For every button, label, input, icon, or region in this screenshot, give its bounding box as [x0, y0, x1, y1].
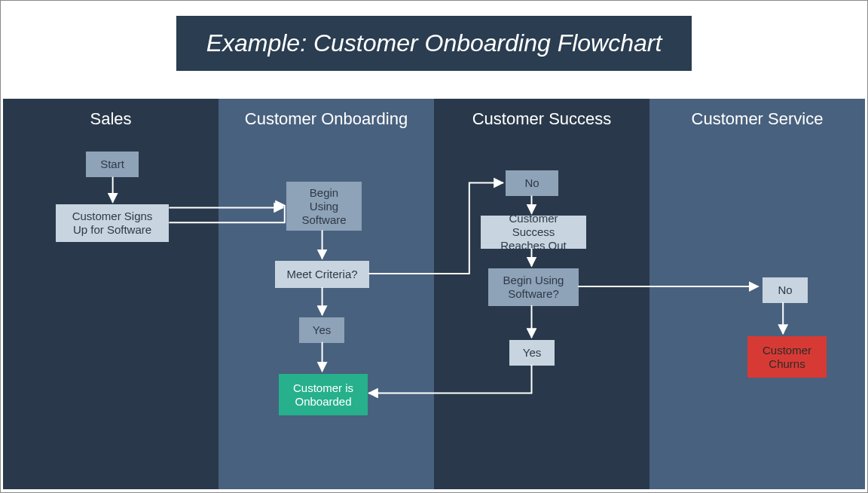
node-meet-criteria: Meet Criteria?: [275, 261, 369, 288]
lane-sales: Sales Start Customer Signs Up for Softwa…: [3, 99, 219, 489]
lane-header-sales: Sales: [3, 99, 219, 135]
node-yes2: Yes: [509, 340, 555, 366]
lane-onboarding: Customer Onboarding Begin Using Software…: [219, 99, 434, 489]
node-begin-using: Begin Using Software: [286, 182, 362, 231]
node-reachout: Customer Success Reaches Out: [481, 216, 586, 249]
lane-header-service: Customer Service: [649, 99, 865, 135]
lane-success: Customer Success No Customer Success Rea…: [434, 99, 649, 489]
slide-title: Example: Customer Onboarding Flowchart: [176, 16, 692, 71]
node-signup: Customer Signs Up for Software: [56, 204, 169, 242]
node-begin2: Begin Using Software?: [488, 268, 579, 306]
lane-header-onboarding: Customer Onboarding: [219, 99, 434, 135]
node-start: Start: [86, 152, 139, 177]
node-onboarded: Customer is Onboarded: [279, 374, 368, 415]
node-no2: No: [763, 277, 808, 303]
node-no1: No: [506, 170, 558, 196]
lane-service: Customer Service No Customer Churns: [649, 99, 865, 489]
node-churns: Customer Churns: [747, 336, 827, 378]
slide: Example: Customer Onboarding Flowchart S…: [0, 0, 868, 493]
node-yes1: Yes: [299, 317, 344, 343]
title-wrap: Example: Customer Onboarding Flowchart: [1, 1, 867, 85]
swimlanes: Sales Start Customer Signs Up for Softwa…: [3, 99, 865, 489]
lane-header-success: Customer Success: [434, 99, 649, 135]
